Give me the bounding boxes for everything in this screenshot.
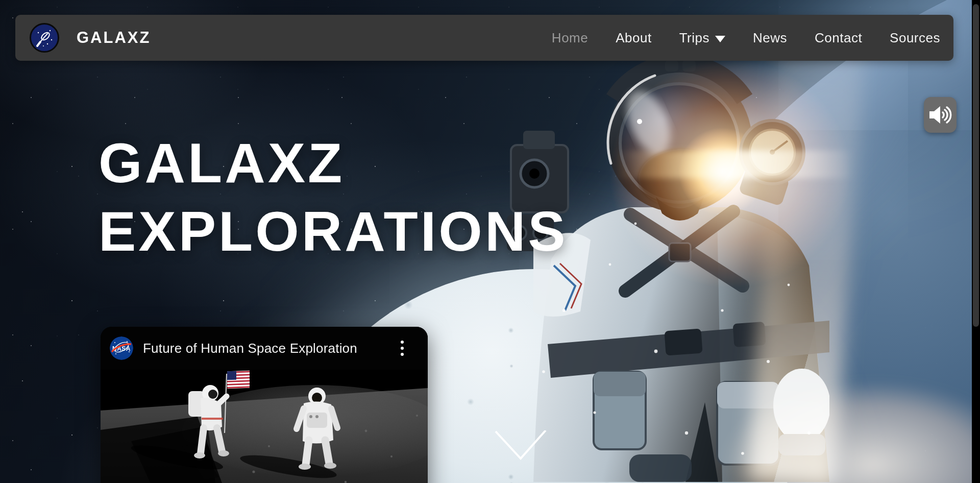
brand-name[interactable]: GALAXZ	[77, 29, 151, 47]
scrollbar-track[interactable]	[972, 0, 980, 483]
rocket-badge-icon	[33, 27, 56, 49]
video-frame-moon-scene[interactable]	[101, 370, 428, 483]
sunlight-glow	[679, 357, 972, 483]
scrollbar-thumb[interactable]	[973, 4, 979, 327]
video-embed-card[interactable]: NASA Future of Human Space Exploration	[101, 327, 428, 483]
video-title-link[interactable]: Future of Human Space Exploration	[143, 341, 357, 356]
navbar: GALAXZ Home About Trips News Contact Sou…	[15, 15, 953, 61]
nav-item-trips[interactable]: Trips	[679, 30, 725, 46]
hero-title-line2: EXPLORATIONS	[99, 197, 568, 265]
nav-item-news[interactable]: News	[753, 30, 787, 46]
nasa-logo: NASA	[110, 336, 133, 360]
hero-title: GALAXZ EXPLORATIONS	[99, 129, 568, 265]
hero-title-line1: GALAXZ	[99, 129, 568, 197]
nav-item-about[interactable]: About	[616, 30, 651, 46]
scroll-down-chevron-icon[interactable]	[494, 430, 547, 461]
nav-menu: Home About Trips News Contact Sources	[552, 30, 940, 46]
galaxz-landing-page: GALAXZ Home About Trips News Contact Sou…	[0, 0, 980, 483]
video-header-bar[interactable]: NASA Future of Human Space Exploration	[101, 327, 428, 370]
speaker-icon	[928, 105, 952, 125]
brand-logo[interactable]	[30, 23, 59, 53]
nav-item-contact[interactable]: Contact	[815, 30, 862, 46]
chevron-down-icon	[715, 36, 725, 42]
audio-toggle-button[interactable]	[924, 97, 957, 133]
nav-item-sources[interactable]: Sources	[890, 30, 940, 46]
nasa-channel-avatar[interactable]: NASA	[110, 336, 133, 360]
nav-item-home[interactable]: Home	[552, 30, 588, 46]
kebab-menu-icon[interactable]	[399, 339, 406, 358]
